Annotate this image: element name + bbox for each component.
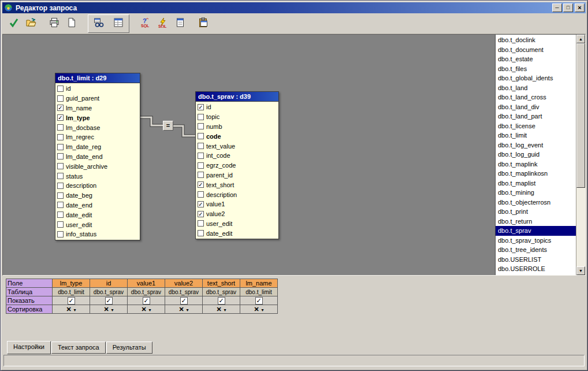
field-row-int_code[interactable]: int_code — [196, 151, 278, 161]
field-checkbox[interactable] — [198, 230, 204, 236]
show-checkbox-cell[interactable]: ✓ — [90, 296, 128, 305]
field-checkbox[interactable] — [198, 220, 204, 227]
field-row-parent_id[interactable]: parent_id — [196, 170, 278, 180]
show-checkbox-cell[interactable]: ✓ — [128, 296, 165, 305]
table-list-item[interactable]: dbo.t_tree_idents — [496, 245, 576, 255]
field-row-lm_regrec[interactable]: lm_regrec — [55, 132, 140, 142]
table-list-item[interactable]: dbo.t_maplinkosn — [496, 169, 576, 179]
table-header[interactable]: dbo.t_limit : d29 — [55, 73, 140, 83]
scroll-up-icon[interactable]: ▲ — [576, 35, 585, 43]
field-checkbox[interactable] — [198, 153, 204, 159]
field-checkbox[interactable]: ✓ — [57, 114, 64, 121]
show-checkbox[interactable]: ✓ — [68, 297, 75, 305]
table-list-item[interactable]: dbo.t_files — [496, 64, 576, 74]
field-checkbox[interactable] — [57, 212, 64, 218]
table-list-item[interactable]: dbo.USERLIST — [496, 255, 576, 265]
field-row-value1[interactable]: ✓value1 — [196, 199, 278, 209]
table-list-item[interactable]: dbo.t_print — [496, 207, 576, 217]
field-checkbox[interactable]: ✓ — [57, 105, 64, 111]
table-list-item[interactable]: dbo.t_global_idents — [496, 73, 576, 83]
field-row-lm_date_end[interactable]: lm_date_end — [55, 152, 140, 162]
field-row-status[interactable]: status — [55, 171, 140, 181]
field-checkbox[interactable]: ✓ — [198, 211, 204, 217]
field-row-id[interactable]: id — [55, 84, 140, 94]
paste-button[interactable] — [196, 17, 210, 31]
grid-field-cell[interactable]: id — [90, 279, 128, 288]
field-row-lm_type[interactable]: ✓lm_type — [55, 113, 140, 123]
table-list-item[interactable]: dbo.t_objecterrosn — [496, 198, 576, 207]
table-list-item[interactable]: dbo.t_land_part — [496, 112, 576, 121]
show-checkbox[interactable]: ✓ — [180, 297, 188, 305]
grid-table-cell[interactable]: dbo.t_sprav — [165, 288, 203, 296]
sort-selector-cell[interactable]: ✕▾ — [203, 305, 240, 314]
run-button[interactable] — [7, 17, 21, 31]
field-row-info_status[interactable]: info_status — [55, 229, 140, 239]
chevron-down-icon[interactable]: ▾ — [74, 307, 76, 313]
show-checkbox-cell[interactable]: ✓ — [165, 296, 203, 305]
table-list-item[interactable]: dbo.t_land — [496, 83, 576, 93]
table-list-item[interactable]: dbo.t_sprav — [496, 226, 576, 236]
field-row-description[interactable]: description — [196, 190, 278, 199]
grid-table-cell[interactable]: dbo.t_limit — [240, 288, 278, 296]
sort-selector-cell[interactable]: ✕▾ — [53, 305, 90, 314]
field-checkbox[interactable] — [198, 143, 204, 149]
field-row-date_edit[interactable]: date_edit — [196, 228, 278, 238]
field-checkbox[interactable] — [198, 191, 204, 198]
field-row-lm_name[interactable]: ✓lm_name — [55, 103, 140, 113]
table-list-scrollbar[interactable]: ▲ ▼ — [576, 35, 585, 275]
sort-selector-cell[interactable]: ✕▾ — [240, 305, 278, 314]
new-button[interactable] — [65, 17, 79, 31]
field-checkbox[interactable] — [57, 192, 64, 199]
tab-settings[interactable]: Настройки — [7, 341, 51, 354]
chevron-down-icon[interactable]: ▾ — [262, 307, 264, 313]
field-row-guid_parent[interactable]: guid_parent — [55, 94, 140, 103]
field-checkbox[interactable] — [198, 114, 204, 120]
field-row-id[interactable]: ✓id — [196, 102, 278, 112]
field-row-date_beg[interactable]: date_beg — [55, 191, 140, 201]
table-list-item[interactable]: dbo.t_sprav_topics — [496, 236, 576, 246]
maximize-button[interactable]: □ — [563, 3, 573, 12]
field-checkbox[interactable] — [57, 95, 64, 102]
field-checkbox[interactable] — [57, 86, 64, 92]
close-button[interactable]: × — [575, 3, 585, 12]
field-checkbox[interactable] — [57, 124, 64, 131]
field-checkbox[interactable] — [198, 172, 204, 178]
field-checkbox[interactable]: ✓ — [198, 201, 204, 207]
table-list-item[interactable]: dbo.t_land_div — [496, 102, 576, 112]
table-list-item[interactable]: dbo.t_license — [496, 121, 576, 131]
grid-field-cell[interactable]: value1 — [128, 279, 165, 288]
sort-selector-cell[interactable]: ✕▾ — [165, 305, 203, 314]
grid-table-cell[interactable]: dbo.t_sprav — [203, 288, 240, 296]
table-list-item[interactable]: dbo.t_limit — [496, 131, 576, 140]
field-row-date_edit[interactable]: date_edit — [55, 210, 140, 220]
table-list-item[interactable]: dbo.USERROLE — [496, 264, 576, 274]
field-checkbox[interactable] — [57, 144, 64, 150]
chevron-down-icon[interactable]: ▾ — [187, 307, 189, 313]
diagram-table-t-sprav[interactable]: dbo.t_sprav : d39 ✓idtopicnumbcodetext_v… — [195, 91, 279, 239]
scroll-down-icon[interactable]: ▼ — [576, 266, 585, 275]
show-checkbox-cell[interactable]: ✓ — [240, 296, 278, 305]
field-row-text_value[interactable]: text_value — [196, 141, 278, 151]
field-row-user_edit[interactable]: user_edit — [55, 220, 140, 229]
grid-field-cell[interactable]: text_short — [203, 279, 240, 288]
field-checkbox[interactable] — [198, 133, 204, 139]
field-row-topic[interactable]: topic — [196, 112, 278, 122]
field-checkbox[interactable] — [57, 221, 64, 228]
field-checkbox[interactable] — [57, 231, 64, 238]
table-list-item[interactable]: dbo.t_log_guid — [496, 150, 576, 159]
show-checkbox[interactable]: ✓ — [105, 297, 113, 305]
field-row-numb[interactable]: numb — [196, 122, 278, 132]
grid-table-cell[interactable]: dbo.t_sprav — [128, 288, 165, 296]
panel-button[interactable] — [173, 17, 187, 31]
join-operator[interactable]: = — [163, 121, 173, 131]
table-list-item[interactable]: dbo.t_estate — [496, 54, 576, 64]
field-row-date_end[interactable]: date_end — [55, 201, 140, 210]
show-checkbox-cell[interactable]: ✓ — [53, 296, 90, 305]
field-checkbox[interactable]: ✓ — [198, 181, 204, 188]
scrollbar-thumb[interactable] — [576, 43, 585, 188]
run-sql-button[interactable]: SQL — [156, 17, 170, 31]
open-button[interactable] — [24, 17, 38, 31]
field-checkbox[interactable] — [57, 183, 64, 189]
table-list-item[interactable]: dbo.t_return — [496, 217, 576, 227]
table-list-item[interactable]: dbo.t_mining — [496, 188, 576, 198]
